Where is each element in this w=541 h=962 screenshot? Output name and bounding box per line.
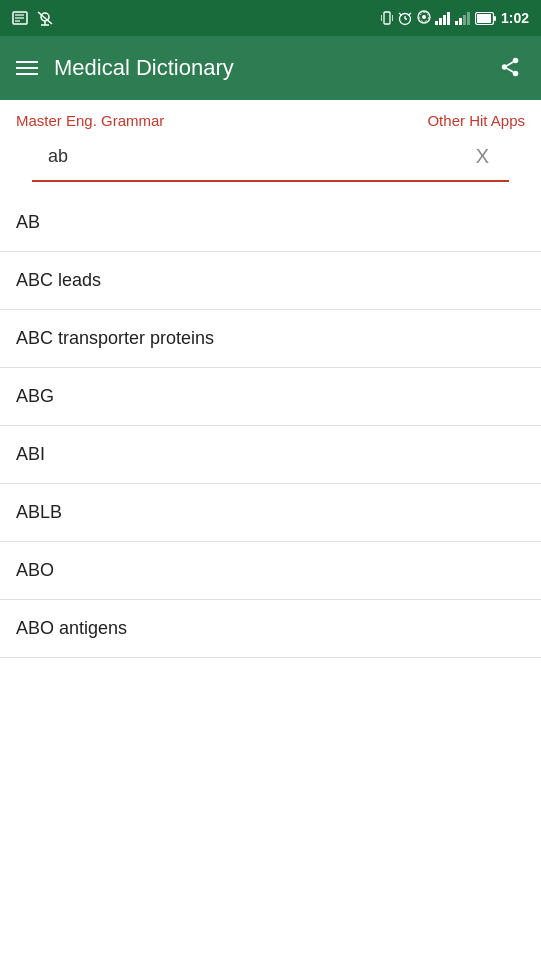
svg-rect-26 (467, 12, 470, 25)
svg-rect-21 (443, 15, 446, 25)
svg-point-31 (502, 64, 508, 70)
master-eng-grammar-link[interactable]: Master Eng. Grammar (16, 112, 164, 129)
list-item[interactable]: ABO (0, 542, 541, 600)
share-button[interactable] (495, 52, 525, 85)
svg-rect-20 (439, 18, 442, 25)
list-item[interactable]: AB (0, 194, 541, 252)
list-item[interactable]: ABI (0, 426, 541, 484)
svg-rect-22 (447, 12, 450, 25)
battery-icon (475, 12, 497, 25)
links-bar: Master Eng. Grammar Other Hit Apps (0, 100, 541, 141)
share-icon (499, 56, 521, 78)
status-time: 1:02 (501, 10, 529, 26)
svg-rect-29 (494, 16, 496, 21)
list-item[interactable]: ABO antigens (0, 600, 541, 658)
svg-line-34 (507, 61, 513, 65)
svg-rect-8 (384, 12, 390, 24)
svg-rect-23 (455, 21, 458, 25)
svg-line-33 (507, 68, 513, 72)
search-wrapper: X (0, 141, 541, 186)
app-bar: Medical Dictionary (0, 36, 541, 100)
status-bar-left-icons (12, 10, 54, 26)
location-icon (417, 10, 431, 26)
list-item[interactable]: ABLB (0, 484, 541, 542)
signal-icon-2 (455, 11, 471, 25)
list-item[interactable]: ABC transporter proteins (0, 310, 541, 368)
clear-icon[interactable]: X (472, 141, 493, 172)
svg-rect-28 (477, 14, 491, 23)
app-title: Medical Dictionary (54, 55, 479, 81)
mic-slash-icon (36, 10, 54, 26)
list-item[interactable]: ABG (0, 368, 541, 426)
vibrate-icon (381, 10, 393, 26)
svg-point-30 (513, 57, 519, 63)
search-input[interactable] (48, 146, 472, 167)
hamburger-menu-icon[interactable] (16, 61, 38, 75)
search-bar: X (32, 141, 509, 182)
status-bar: 1:02 (0, 0, 541, 36)
doc-icon (12, 11, 30, 25)
status-bar-right-icons: 1:02 (381, 10, 529, 26)
svg-point-17 (422, 15, 426, 19)
alarm-icon (397, 10, 413, 26)
list-item[interactable]: ABC leads (0, 252, 541, 310)
svg-rect-25 (463, 15, 466, 25)
svg-rect-24 (459, 18, 462, 25)
word-list: AB ABC leads ABC transporter proteins AB… (0, 194, 541, 658)
other-hit-apps-link[interactable]: Other Hit Apps (427, 112, 525, 129)
svg-point-32 (513, 70, 519, 76)
signal-icon-1 (435, 11, 451, 25)
svg-rect-19 (435, 21, 438, 25)
